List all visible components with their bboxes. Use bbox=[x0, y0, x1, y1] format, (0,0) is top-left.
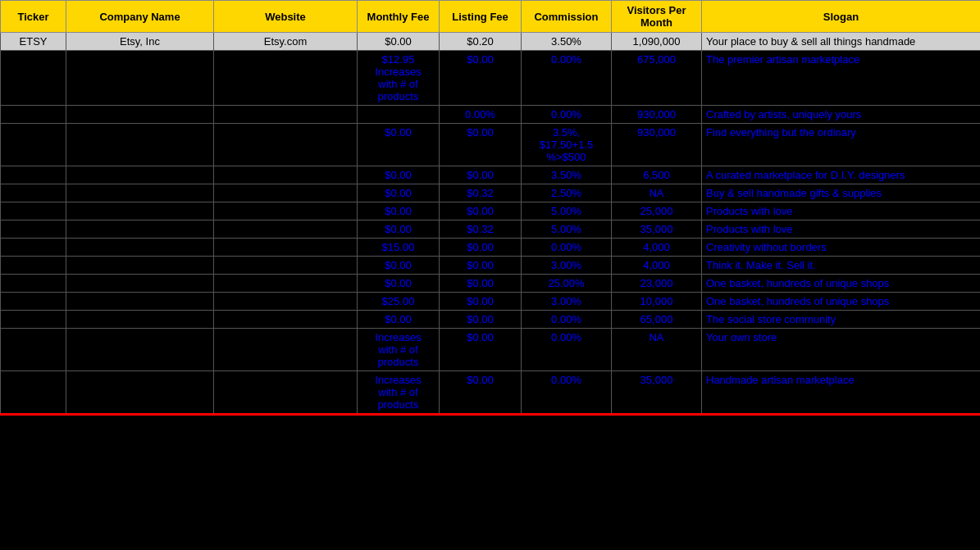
cell-commission: 3.50% bbox=[522, 166, 612, 184]
cell-slogan: Creativity without borders bbox=[702, 239, 981, 257]
table-row: $0.00$0.003.00%4,000Think it. Make it. S… bbox=[1, 257, 981, 275]
cell-listing_fee: $0.00 bbox=[440, 293, 522, 311]
cell-listing_fee: $0.00 bbox=[440, 329, 522, 371]
cell-visitors: 930,000 bbox=[612, 106, 702, 124]
cell-listing_fee: $0.00 bbox=[440, 51, 522, 106]
cell-website bbox=[214, 257, 358, 275]
cell-ticker bbox=[1, 371, 66, 415]
cell-commission: 0.00% bbox=[522, 371, 612, 415]
cell-ticker bbox=[1, 220, 66, 239]
cell-ticker bbox=[1, 184, 66, 202]
cell-listing_fee: $0.20 bbox=[440, 33, 522, 51]
cell-website bbox=[214, 293, 358, 311]
table-row: ETSYEtsy, IncEtsy.com$0.00$0.203.50%1,09… bbox=[1, 33, 981, 51]
cell-ticker bbox=[1, 329, 66, 371]
cell-company bbox=[66, 202, 214, 220]
cell-slogan: Crafted by artists, uniquely yours bbox=[702, 106, 981, 124]
table-row: $0.00$0.0025.00%23,000One basket, hundre… bbox=[1, 275, 981, 293]
cell-slogan: Buy & sell handmade gifts & supplies bbox=[702, 184, 981, 202]
main-table: Ticker Company Name Website Monthly Fee … bbox=[0, 0, 980, 416]
cell-listing_fee: $0.00 bbox=[440, 257, 522, 275]
cell-company bbox=[66, 124, 214, 166]
cell-listing_fee: $0.00 bbox=[440, 371, 522, 415]
cell-slogan: Find everything but the ordinary bbox=[702, 124, 981, 166]
cell-visitors: 35,000 bbox=[612, 371, 702, 415]
cell-visitors: NA bbox=[612, 184, 702, 202]
cell-monthly_fee: $0.00 bbox=[358, 220, 440, 239]
cell-listing_fee: $0.00 bbox=[440, 239, 522, 257]
cell-website bbox=[214, 239, 358, 257]
cell-commission: 2.50% bbox=[522, 184, 612, 202]
header-company: Company Name bbox=[66, 1, 214, 33]
cell-slogan: One basket, hundreds of unique shops bbox=[702, 275, 981, 293]
cell-monthly_fee: $0.00 bbox=[358, 33, 440, 51]
cell-website bbox=[214, 184, 358, 202]
cell-ticker bbox=[1, 257, 66, 275]
cell-company bbox=[66, 166, 214, 184]
cell-visitors: 35,000 bbox=[612, 220, 702, 239]
cell-company: Etsy, Inc bbox=[66, 33, 214, 51]
header-commission: Commission bbox=[522, 1, 612, 33]
cell-monthly_fee: $25.00 bbox=[358, 293, 440, 311]
table-row: Increaseswith # ofproducts$0.000.00%35,0… bbox=[1, 371, 981, 415]
cell-visitors: 10,000 bbox=[612, 293, 702, 311]
cell-slogan: One basket, hundreds of unique shops bbox=[702, 293, 981, 311]
cell-company bbox=[66, 311, 214, 329]
cell-company bbox=[66, 275, 214, 293]
cell-company bbox=[66, 371, 214, 415]
cell-ticker bbox=[1, 106, 66, 124]
header-slogan: Slogan bbox=[702, 1, 981, 33]
cell-monthly_fee: $0.00 bbox=[358, 202, 440, 220]
cell-monthly_fee: $15.00 bbox=[358, 239, 440, 257]
cell-company bbox=[66, 239, 214, 257]
cell-commission: 3.00% bbox=[522, 293, 612, 311]
cell-slogan: Products with love bbox=[702, 202, 981, 220]
cell-website: Etsy.com bbox=[214, 33, 358, 51]
cell-website bbox=[214, 51, 358, 106]
cell-slogan: A curated marketplace for D.I.Y. designe… bbox=[702, 166, 981, 184]
cell-listing_fee: 0.00% bbox=[440, 106, 522, 124]
cell-monthly_fee: $0.00 bbox=[358, 311, 440, 329]
header-listing-fee: Listing Fee bbox=[440, 1, 522, 33]
table-row: $0.00$0.322.50%NABuy & sell handmade gif… bbox=[1, 184, 981, 202]
cell-visitors: 1,090,000 bbox=[612, 33, 702, 51]
cell-company bbox=[66, 257, 214, 275]
cell-listing_fee: $0.00 bbox=[440, 202, 522, 220]
cell-website bbox=[214, 202, 358, 220]
table-row: $15.00$0.000.00%4,000Creativity without … bbox=[1, 239, 981, 257]
header-visitors: Visitors Per Month bbox=[612, 1, 702, 33]
cell-company bbox=[66, 51, 214, 106]
table-row: 0.00%0.00%930,000Crafted by artists, uni… bbox=[1, 106, 981, 124]
cell-monthly_fee: Increaseswith # ofproducts bbox=[358, 329, 440, 371]
cell-website bbox=[214, 311, 358, 329]
cell-monthly_fee: Increaseswith # ofproducts bbox=[358, 371, 440, 415]
cell-company bbox=[66, 293, 214, 311]
cell-listing_fee: $0.00 bbox=[440, 124, 522, 166]
table-row: $0.00$0.325.00%35,000Products with love bbox=[1, 220, 981, 239]
cell-visitors: 4,000 bbox=[612, 257, 702, 275]
header-ticker: Ticker bbox=[1, 1, 66, 33]
cell-listing_fee: $0.32 bbox=[440, 184, 522, 202]
cell-website bbox=[214, 275, 358, 293]
cell-ticker bbox=[1, 275, 66, 293]
cell-website bbox=[214, 124, 358, 166]
cell-monthly_fee: $0.00 bbox=[358, 184, 440, 202]
header-monthly-fee: Monthly Fee bbox=[358, 1, 440, 33]
cell-commission: 0.00% bbox=[522, 106, 612, 124]
cell-commission: 0.00% bbox=[522, 239, 612, 257]
cell-slogan: Think it. Make it. Sell it. bbox=[702, 257, 981, 275]
cell-monthly_fee: $0.00 bbox=[358, 166, 440, 184]
cell-slogan: Your own store bbox=[702, 329, 981, 371]
table-row: $0.00$0.003.50%6,500A curated marketplac… bbox=[1, 166, 981, 184]
cell-visitors: 25,000 bbox=[612, 202, 702, 220]
cell-website bbox=[214, 220, 358, 239]
cell-visitors: 4,000 bbox=[612, 239, 702, 257]
cell-visitors: 930,000 bbox=[612, 124, 702, 166]
cell-commission: 3.5%,$17.50+1.5%>$500 bbox=[522, 124, 612, 166]
cell-commission: 0.00% bbox=[522, 311, 612, 329]
cell-monthly_fee: $12.95Increaseswith # ofproducts bbox=[358, 51, 440, 106]
cell-listing_fee: $0.32 bbox=[440, 220, 522, 239]
cell-visitors: NA bbox=[612, 329, 702, 371]
header-row: Ticker Company Name Website Monthly Fee … bbox=[1, 1, 981, 33]
header-website: Website bbox=[214, 1, 358, 33]
